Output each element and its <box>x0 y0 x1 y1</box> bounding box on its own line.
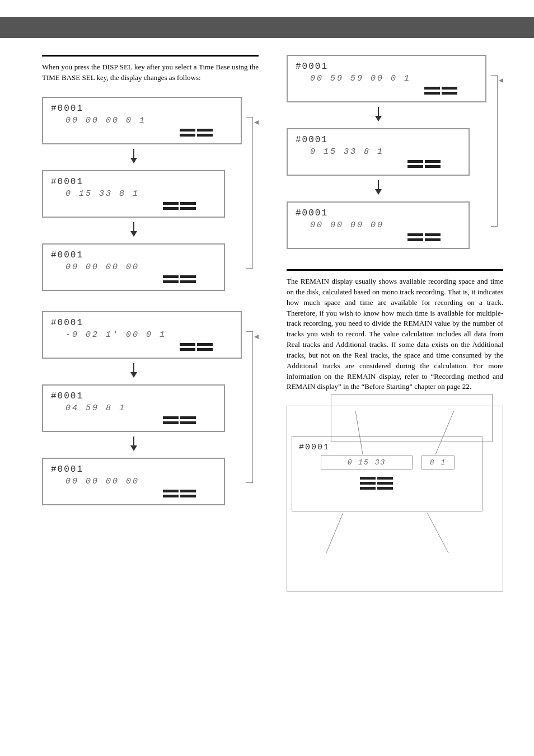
svg-marker-1 <box>130 158 137 163</box>
page-content: When you press the DISP SEL key after yo… <box>0 38 534 614</box>
lcd-display: #0001 04 59 8 1 <box>42 384 225 432</box>
intro-paragraph: When you press the DISP SEL key after yo… <box>42 62 259 83</box>
header-bar <box>0 17 534 38</box>
program-number: #0001 <box>51 104 235 114</box>
program-number: #0001 <box>296 208 463 218</box>
lcd-display: #0001 00 00 00 0 1 <box>42 97 242 144</box>
segment-readout: 00 00 00 00 <box>65 262 218 272</box>
lcd-display: #0001 00 00 00 00 <box>42 458 225 505</box>
lcd-display: #0001 00 00 00 00 <box>42 243 225 291</box>
down-arrow-icon <box>25 149 242 166</box>
program-number: #0001 <box>296 135 463 145</box>
loop-arrow-icon <box>254 331 257 341</box>
display-sequence-2: #0001 -0 02 1' 00 0 1 #0001 04 59 8 1 <box>42 311 242 505</box>
layered-display-diagram: #0001 0 15 33 8 1 <box>287 406 503 591</box>
lcd-display: #0001 -0 02 1' 00 0 1 <box>42 311 242 359</box>
left-column: When you press the DISP SEL key after yo… <box>42 55 259 591</box>
down-arrow-icon <box>270 107 486 124</box>
lcd-display: #0001 00 59 59 00 0 1 <box>287 55 486 102</box>
down-arrow-icon <box>270 180 486 197</box>
program-number: #0001 <box>51 391 218 401</box>
program-number: #0001 <box>51 464 218 475</box>
lcd-display: #0001 0 15 33 8 1 <box>42 170 225 218</box>
down-arrow-icon <box>25 363 242 380</box>
segment-readout: 00 00 00 0 1 <box>65 116 235 125</box>
loop-arrow-icon <box>254 117 257 127</box>
display-sequence-1: #0001 00 00 00 0 1 #0001 0 15 33 8 1 <box>42 97 242 291</box>
segment-readout: 0 15 33 8 1 <box>310 147 463 157</box>
display-sequence-3: #0001 00 59 59 00 0 1 #0001 0 15 33 8 1 <box>287 55 486 249</box>
segment-readout-side: 8 1 <box>421 456 455 469</box>
segment-readout: -0 02 1' 00 0 1 <box>65 330 235 340</box>
svg-marker-5 <box>130 372 137 378</box>
section-rule <box>287 269 503 271</box>
down-arrow-icon <box>25 222 242 239</box>
down-arrow-icon <box>25 436 242 453</box>
loop-arrow-icon <box>499 75 502 85</box>
svg-line-15 <box>427 513 448 553</box>
section-rule <box>42 55 259 57</box>
segment-readout: 0 15 33 8 1 <box>65 189 218 199</box>
svg-marker-7 <box>130 445 137 451</box>
lcd-display: #0001 0 15 33 8 1 <box>287 128 470 176</box>
segment-readout: 00 59 59 00 0 1 <box>310 74 480 83</box>
svg-line-14 <box>326 513 343 553</box>
track-meter <box>49 129 235 132</box>
program-number: #0001 <box>51 177 218 187</box>
segment-readout-main: 0 15 33 <box>321 456 413 469</box>
svg-marker-9 <box>375 116 382 121</box>
program-number: #0001 <box>299 443 475 452</box>
svg-marker-11 <box>375 189 382 195</box>
right-column: #0001 00 59 59 00 0 1 #0001 0 15 33 8 1 <box>287 55 503 591</box>
lcd-display: #0001 00 00 00 00 <box>287 201 470 249</box>
segment-readout: 00 00 00 00 <box>310 220 463 230</box>
svg-marker-3 <box>130 231 137 237</box>
program-number: #0001 <box>51 250 218 260</box>
segment-readout: 04 59 8 1 <box>65 403 218 413</box>
program-number: #0001 <box>51 318 235 328</box>
remain-paragraph: The REMAIN display usually shows availab… <box>287 276 503 392</box>
program-number: #0001 <box>296 62 480 72</box>
segment-readout: 00 00 00 00 <box>65 477 218 486</box>
